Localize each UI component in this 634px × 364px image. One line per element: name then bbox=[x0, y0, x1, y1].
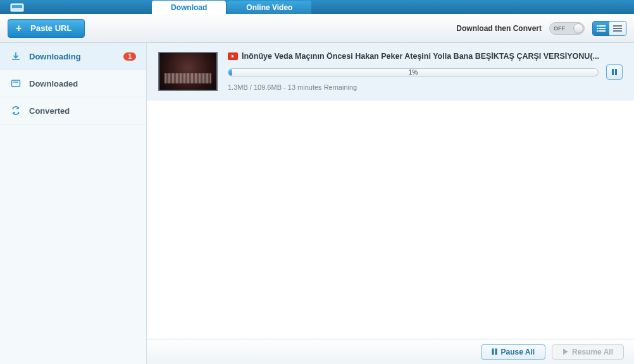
sidebar-item-label: Downloaded bbox=[29, 79, 78, 88]
sidebar: Downloading 1 Downloaded Converted bbox=[0, 43, 147, 364]
pause-icon bbox=[492, 348, 497, 355]
download-then-convert-toggle[interactable]: OFF bbox=[549, 22, 585, 35]
view-list-button[interactable] bbox=[593, 21, 609, 35]
plus-icon: + bbox=[16, 23, 22, 34]
download-icon bbox=[10, 51, 22, 62]
svg-rect-1 bbox=[12, 5, 22, 8]
resume-all-label: Resume All bbox=[572, 348, 613, 356]
svg-rect-12 bbox=[612, 69, 614, 75]
app-logo bbox=[0, 0, 38, 14]
svg-rect-13 bbox=[615, 69, 617, 75]
svg-rect-3 bbox=[599, 25, 606, 27]
sidebar-item-downloading[interactable]: Downloading 1 bbox=[0, 43, 146, 70]
pause-all-label: Pause All bbox=[501, 348, 535, 356]
svg-rect-8 bbox=[613, 25, 622, 27]
download-list: İnönüye Veda Maçının Öncesi Hakan Peker … bbox=[147, 43, 634, 339]
convert-icon bbox=[10, 105, 22, 116]
svg-rect-11 bbox=[12, 80, 20, 87]
svg-rect-2 bbox=[597, 25, 599, 27]
download-then-convert-label: Download then Convert bbox=[456, 24, 542, 33]
download-progress-bar: 1% bbox=[228, 68, 599, 76]
toggle-knob bbox=[573, 23, 583, 33]
download-item-title-row: İnönüye Veda Maçının Öncesi Hakan Peker … bbox=[228, 52, 623, 61]
footer-bar: Pause All Resume All bbox=[147, 339, 634, 364]
download-item-title: İnönüye Veda Maçının Öncesi Hakan Peker … bbox=[242, 52, 599, 61]
download-item-status: 1.3MB / 109.6MB - 13 minutes Remaining bbox=[228, 83, 623, 91]
paste-url-button[interactable]: + Paste URL bbox=[8, 19, 85, 38]
svg-rect-5 bbox=[599, 28, 606, 29]
youtube-icon bbox=[228, 52, 238, 60]
download-progress-text: 1% bbox=[228, 69, 598, 76]
svg-rect-7 bbox=[599, 30, 606, 32]
view-mode-group bbox=[592, 21, 626, 36]
svg-rect-15 bbox=[495, 349, 497, 355]
sidebar-item-converted[interactable]: Converted bbox=[0, 97, 146, 124]
top-bar: Download Online Video bbox=[0, 0, 634, 14]
svg-rect-14 bbox=[492, 349, 494, 355]
main-panel: İnönüye Veda Maçının Öncesi Hakan Peker … bbox=[147, 43, 634, 364]
folder-icon bbox=[10, 78, 22, 89]
play-icon bbox=[563, 348, 568, 355]
tab-download[interactable]: Download bbox=[152, 1, 226, 14]
resume-all-button[interactable]: Resume All bbox=[552, 344, 624, 360]
paste-url-label: Paste URL bbox=[30, 23, 71, 33]
downloading-count-badge: 1 bbox=[123, 52, 136, 61]
toggle-state-label: OFF bbox=[554, 25, 565, 32]
pause-all-button[interactable]: Pause All bbox=[481, 344, 546, 360]
tab-online-video[interactable]: Online Video bbox=[227, 1, 311, 14]
sidebar-item-label: Converted bbox=[29, 106, 70, 116]
download-item: İnönüye Veda Maçının Öncesi Hakan Peker … bbox=[147, 43, 634, 100]
svg-rect-6 bbox=[597, 30, 599, 32]
main-tabs: Download Online Video bbox=[152, 0, 313, 14]
view-compact-button[interactable] bbox=[609, 21, 626, 35]
toolbar: + Paste URL Download then Convert OFF bbox=[0, 14, 634, 43]
sidebar-item-downloaded[interactable]: Downloaded bbox=[0, 70, 146, 97]
sidebar-item-label: Downloading bbox=[29, 52, 81, 61]
video-thumbnail bbox=[158, 52, 218, 91]
svg-rect-4 bbox=[597, 28, 599, 29]
pause-item-button[interactable] bbox=[606, 64, 623, 80]
svg-rect-9 bbox=[613, 28, 622, 29]
svg-rect-10 bbox=[613, 30, 622, 32]
